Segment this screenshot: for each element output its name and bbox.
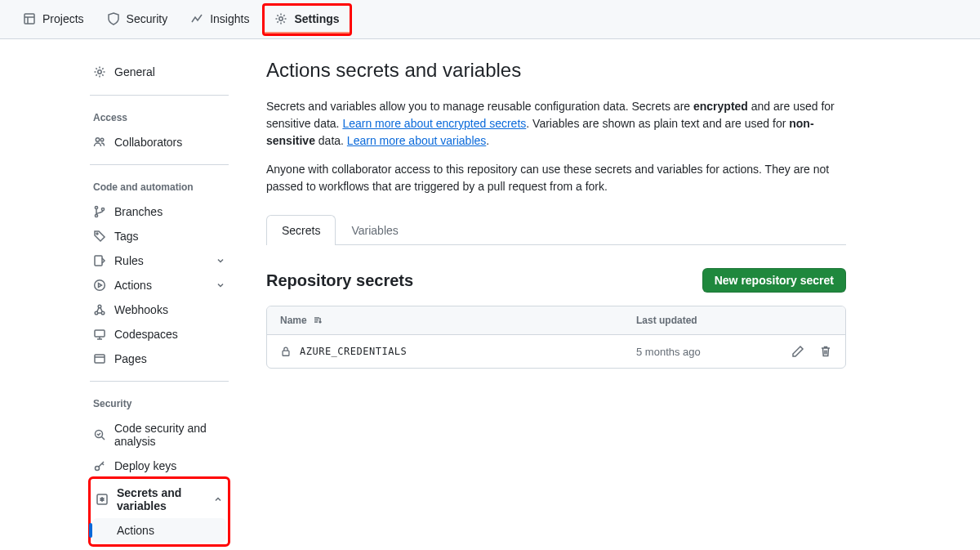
people-icon: [93, 136, 106, 149]
sidebar-subitem-actions[interactable]: Actions: [92, 518, 226, 543]
sidebar-codespaces-label: Codespaces: [114, 328, 178, 341]
sidebar-item-secrets-variables[interactable]: Secrets and variables: [92, 481, 226, 518]
highlight-settings: Settings: [262, 3, 351, 36]
sidebar-item-branches[interactable]: Branches: [90, 199, 229, 224]
repo-secrets-header: Repository secrets New repository secret: [266, 268, 846, 293]
sidebar-item-codespaces[interactable]: Codespaces: [90, 322, 229, 347]
tab-settings-label: Settings: [294, 12, 339, 25]
play-circle-icon: [93, 279, 106, 292]
svg-point-7: [101, 208, 104, 210]
sidebar-codesec-label: Code security and analysis: [114, 422, 225, 448]
sidebar-item-tags[interactable]: Tags: [90, 224, 229, 248]
tab-insights[interactable]: Insights: [180, 6, 259, 34]
trash-icon[interactable]: [819, 345, 832, 358]
tab-projects[interactable]: Projects: [13, 6, 94, 34]
svg-point-11: [98, 305, 101, 308]
key-icon: [93, 459, 106, 472]
sidebar-secrets-label: Secrets and variables: [117, 486, 205, 512]
sidebar-item-actions[interactable]: Actions: [90, 273, 229, 297]
secret-actions: [759, 345, 832, 358]
sidebar-tags-label: Tags: [114, 230, 139, 243]
shield-icon: [107, 12, 120, 25]
pencil-icon[interactable]: [791, 345, 804, 358]
page-title: Actions secrets and variables: [266, 59, 846, 82]
table-header: Name Last updated: [267, 306, 845, 335]
divider: [90, 381, 229, 382]
svg-point-1: [279, 16, 283, 20]
sidebar-section-code: Code and automation: [90, 175, 229, 199]
asterisk-box-icon: [96, 493, 109, 506]
sidebar-item-code-security[interactable]: Code security and analysis: [90, 416, 229, 454]
tag-icon: [93, 230, 106, 243]
tab-security[interactable]: Security: [97, 6, 178, 34]
chevron-down-icon: [216, 256, 225, 266]
chevron-up-icon: [213, 494, 223, 504]
svg-point-5: [95, 206, 97, 208]
sidebar-item-webhooks[interactable]: Webhooks: [90, 297, 229, 322]
sidebar-general-label: General: [114, 65, 155, 78]
tab-settings[interactable]: Settings: [265, 6, 349, 34]
lock-icon: [280, 346, 292, 357]
settings-sidebar: General Access Collaborators Code and au…: [0, 59, 242, 550]
sidebar-collaborators-label: Collaborators: [114, 136, 182, 149]
svg-point-10: [95, 280, 105, 291]
code-scan-icon: [93, 428, 106, 441]
col-last-updated: Last updated: [636, 315, 759, 326]
table-icon: [23, 12, 36, 25]
col-actions: [759, 315, 832, 326]
svg-point-13: [101, 311, 105, 315]
graph-icon: [190, 12, 203, 25]
chevron-down-icon: [216, 280, 225, 290]
tab-secrets[interactable]: Secrets: [266, 215, 336, 245]
sidebar-section-access: Access: [90, 105, 229, 130]
svg-point-2: [98, 70, 101, 74]
secrets-variables-tabs: Secrets Variables: [266, 215, 846, 245]
sidebar-item-deploy-keys[interactable]: Deploy keys: [90, 454, 229, 478]
sidebar-sub-actions-label: Actions: [117, 524, 154, 537]
secrets-table: Name Last updated AZURE_CREDENTIALS 5 mo…: [266, 306, 846, 369]
repo-top-nav: Projects Security Insights Settings: [0, 0, 980, 39]
sidebar-subitem-codespaces[interactable]: Codespaces: [90, 545, 229, 550]
tab-variables[interactable]: Variables: [336, 215, 413, 245]
svg-point-4: [100, 138, 104, 141]
highlight-secrets-group: Secrets and variables Actions: [88, 476, 230, 547]
sidebar-branches-label: Branches: [114, 205, 163, 218]
divider: [90, 95, 229, 96]
description-1: Secrets and variables allow you to manag…: [266, 98, 846, 150]
svg-point-6: [95, 214, 97, 217]
sidebar-item-general[interactable]: General: [90, 59, 229, 85]
codespaces-icon: [93, 328, 106, 341]
col-name[interactable]: Name: [280, 315, 636, 326]
sidebar-item-collaborators[interactable]: Collaborators: [90, 130, 229, 154]
sidebar-actions-label: Actions: [114, 279, 152, 292]
sort-icon: [312, 315, 322, 325]
sidebar-item-rules[interactable]: Rules: [90, 248, 229, 273]
svg-point-3: [96, 138, 99, 141]
secret-name: AZURE_CREDENTIALS: [300, 346, 407, 357]
sidebar-webhooks-label: Webhooks: [114, 303, 168, 316]
svg-point-12: [95, 311, 98, 315]
sidebar-deploykeys-label: Deploy keys: [114, 459, 176, 472]
main-content: Actions secrets and variables Secrets an…: [242, 59, 879, 550]
svg-rect-14: [95, 330, 105, 337]
svg-point-8: [96, 233, 98, 235]
divider: [90, 164, 229, 165]
svg-point-17: [96, 467, 100, 471]
webhook-icon: [93, 303, 106, 316]
branch-icon: [93, 205, 106, 218]
table-row: AZURE_CREDENTIALS 5 months ago: [267, 335, 845, 368]
svg-rect-0: [24, 14, 34, 24]
tab-security-label: Security: [127, 12, 168, 25]
repo-secrets-title: Repository secrets: [266, 271, 413, 290]
sidebar-item-pages[interactable]: Pages: [90, 347, 229, 371]
link-variables[interactable]: Learn more about variables: [347, 134, 486, 147]
tab-projects-label: Projects: [42, 12, 84, 25]
gear-icon: [93, 65, 106, 78]
description-2: Anyone with collaborator access to this …: [266, 161, 846, 195]
new-repository-secret-button[interactable]: New repository secret: [702, 268, 846, 293]
link-encrypted-secrets[interactable]: Learn more about encrypted secrets: [342, 117, 526, 130]
sidebar-section-security: Security: [90, 391, 229, 416]
tab-insights-label: Insights: [210, 12, 249, 25]
browser-icon: [93, 352, 106, 365]
sidebar-rules-label: Rules: [114, 254, 144, 267]
